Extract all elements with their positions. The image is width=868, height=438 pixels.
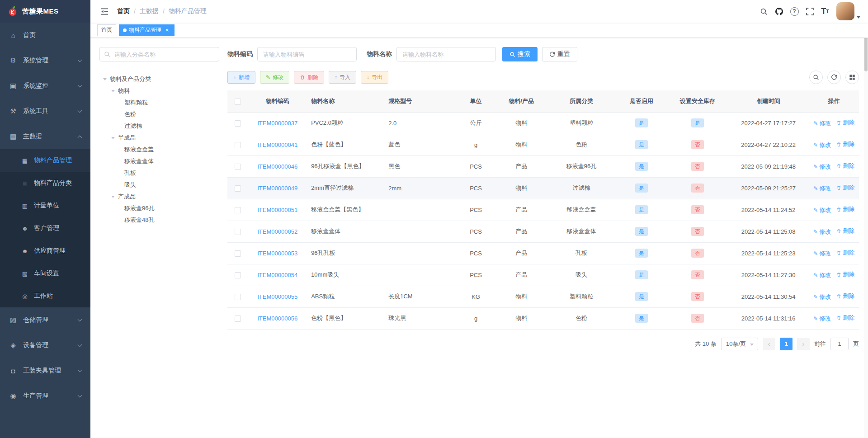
row-checkbox[interactable]	[235, 142, 241, 148]
material-code-link[interactable]: ITEM00000051	[257, 207, 297, 213]
sidebar-item-production[interactable]: ◉ 生产管理	[0, 383, 90, 409]
row-checkbox[interactable]	[235, 207, 241, 213]
fullscreen-icon[interactable]	[802, 4, 817, 19]
font-size-icon[interactable]: TT	[817, 4, 833, 19]
row-edit-link[interactable]: ✎修改	[813, 228, 831, 236]
row-edit-link[interactable]: ✎修改	[813, 184, 831, 193]
row-delete-link[interactable]: 删除	[836, 270, 854, 278]
row-checkbox[interactable]	[235, 120, 241, 127]
edit-button[interactable]: ✎修改	[260, 71, 289, 84]
row-edit-link[interactable]: ✎修改	[813, 206, 831, 214]
search-button[interactable]: 搜索	[502, 47, 538, 61]
scrollbar[interactable]	[864, 0, 868, 438]
row-edit-link[interactable]: ✎修改	[813, 119, 831, 127]
sidebar-subitem-material-category[interactable]: ≣ 物料产品分类	[0, 172, 90, 194]
tree-leaf[interactable]: 移液盒96孔	[99, 203, 219, 214]
page-1-button[interactable]: 1	[780, 338, 793, 350]
material-code-link[interactable]: ITEM00000054	[257, 272, 297, 278]
row-delete-link[interactable]: 删除	[836, 205, 854, 213]
add-button[interactable]: +新增	[227, 71, 255, 84]
row-checkbox[interactable]	[235, 316, 241, 322]
sidebar-subitem-customer[interactable]: ☻ 客户管理	[0, 217, 90, 240]
tree-node-semi-finished[interactable]: 半成品	[99, 132, 219, 144]
tab-home[interactable]: 首页	[97, 24, 116, 36]
sidebar-item-system-monitor[interactable]: ▣ 系统监控	[0, 73, 90, 99]
tab-material-manage[interactable]: 物料产品管理 ×	[119, 24, 175, 36]
reset-button[interactable]: 重置	[542, 47, 577, 61]
row-edit-link[interactable]: ✎修改	[813, 250, 831, 258]
hamburger-icon[interactable]	[97, 4, 112, 19]
table-row[interactable]: ITEM00000055 ABS颗粒 长度1CM KG 物料 塑料颗粒 是 否 …	[227, 286, 859, 307]
app-logo[interactable]: 苦糖果MES	[0, 0, 90, 23]
material-name-input[interactable]	[396, 47, 496, 61]
toggle-search-button[interactable]	[809, 71, 823, 84]
sidebar-item-fixture[interactable]: ◘ 工装夹具管理	[0, 358, 90, 383]
category-search-input[interactable]	[99, 47, 219, 61]
row-delete-link[interactable]: 删除	[836, 292, 854, 300]
tree-leaf[interactable]: 孔板	[99, 167, 219, 179]
row-delete-link[interactable]: 删除	[836, 227, 854, 235]
row-delete-link[interactable]: 删除	[836, 314, 854, 322]
table-row[interactable]: ITEM00000056 色粉【黑色】 珠光黑 g 物料 色粉 是 否 2022…	[227, 307, 859, 329]
column-settings-button[interactable]	[845, 71, 859, 84]
sidebar-item-system-manage[interactable]: ⚙ 系统管理	[0, 48, 90, 73]
user-avatar[interactable]	[836, 2, 854, 20]
table-row[interactable]: ITEM00000054 10mm吸头 PCS 产品 吸头 是 否 2022-0…	[227, 264, 859, 286]
row-checkbox[interactable]	[235, 164, 241, 170]
row-checkbox[interactable]	[235, 185, 241, 192]
tree-node-root[interactable]: 物料及产品分类	[99, 73, 219, 85]
sidebar-subitem-workshop[interactable]: ▧ 车间设置	[0, 262, 90, 285]
table-row[interactable]: ITEM00000041 色粉【蓝色】 蓝色 g 物料 色粉 是 否 2022-…	[227, 134, 859, 155]
sidebar-item-warehouse[interactable]: ▨ 仓储管理	[0, 307, 90, 333]
sidebar-subitem-material-manage[interactable]: ▦ 物料产品管理	[0, 149, 90, 172]
export-button[interactable]: ↓导出	[361, 71, 388, 84]
help-icon[interactable]: ?	[787, 4, 802, 19]
goto-page-input[interactable]	[830, 338, 849, 350]
tree-leaf[interactable]: 过滤棉	[99, 120, 219, 132]
table-row[interactable]: ITEM00000051 移液盒盒盖【黑色】 PCS 产品 移液盒盒盖 是 否 …	[227, 199, 859, 221]
table-row[interactable]: ITEM00000046 96孔移液盒【黑色】 黑色 PCS 产品 移液盒96孔…	[227, 155, 859, 177]
material-code-link[interactable]: ITEM00000041	[257, 141, 297, 148]
sidebar-subitem-supplier[interactable]: ☻ 供应商管理	[0, 240, 90, 262]
sidebar-subitem-workstation[interactable]: ◎ 工作站	[0, 285, 90, 307]
row-edit-link[interactable]: ✎修改	[813, 141, 831, 149]
user-menu-caret-icon[interactable]	[857, 16, 860, 19]
tree-node-material[interactable]: 物料	[99, 85, 219, 97]
row-edit-link[interactable]: ✎修改	[813, 271, 831, 279]
material-code-link[interactable]: ITEM00000046	[257, 163, 297, 170]
delete-button[interactable]: 删除	[294, 71, 324, 84]
breadcrumb-master-data[interactable]: 主数据	[140, 7, 159, 15]
material-code-link[interactable]: ITEM00000055	[257, 293, 297, 300]
sidebar-item-master-data[interactable]: ▤ 主数据	[0, 124, 90, 149]
row-edit-link[interactable]: ✎修改	[813, 163, 831, 171]
material-code-input[interactable]	[257, 47, 357, 61]
sidebar-item-device[interactable]: ◈ 设备管理	[0, 333, 90, 358]
row-checkbox[interactable]	[235, 229, 241, 235]
tree-leaf[interactable]: 移液盒盒盖	[99, 144, 219, 155]
tab-close-icon[interactable]: ×	[164, 27, 170, 33]
tree-leaf[interactable]: 塑料颗粒	[99, 97, 219, 108]
refresh-table-button[interactable]	[827, 71, 841, 84]
row-delete-link[interactable]: 删除	[836, 140, 854, 148]
page-size-select[interactable]: 10条/页	[721, 338, 758, 350]
sidebar-item-home[interactable]: ⌂ 首页	[0, 23, 90, 48]
row-delete-link[interactable]: 删除	[836, 162, 854, 170]
row-checkbox[interactable]	[235, 294, 241, 300]
row-checkbox[interactable]	[235, 272, 241, 278]
row-delete-link[interactable]: 删除	[836, 184, 854, 192]
table-row[interactable]: ITEM00000037 PVC2.0颗粒 2.0 公斤 物料 塑料颗粒 是 是…	[227, 112, 859, 134]
prev-page-button[interactable]: ‹	[763, 338, 775, 350]
table-row[interactable]: ITEM00000052 移液盒盒体 PCS 产品 移液盒盒体 是 否 2022…	[227, 221, 859, 242]
row-delete-link[interactable]: 删除	[836, 249, 854, 257]
tree-leaf[interactable]: 吸头	[99, 179, 219, 191]
select-all-checkbox[interactable]	[235, 99, 241, 105]
material-code-link[interactable]: ITEM00000053	[257, 250, 297, 257]
row-edit-link[interactable]: ✎修改	[813, 293, 831, 301]
row-delete-link[interactable]: 删除	[836, 118, 854, 127]
material-code-link[interactable]: ITEM00000052	[257, 228, 297, 235]
tree-leaf[interactable]: 移液盒48孔	[99, 214, 219, 226]
tree-node-finished[interactable]: 产成品	[99, 191, 219, 203]
sidebar-subitem-unit[interactable]: ▥ 计量单位	[0, 194, 90, 217]
material-code-link[interactable]: ITEM00000049	[257, 185, 297, 192]
row-edit-link[interactable]: ✎修改	[813, 315, 831, 323]
